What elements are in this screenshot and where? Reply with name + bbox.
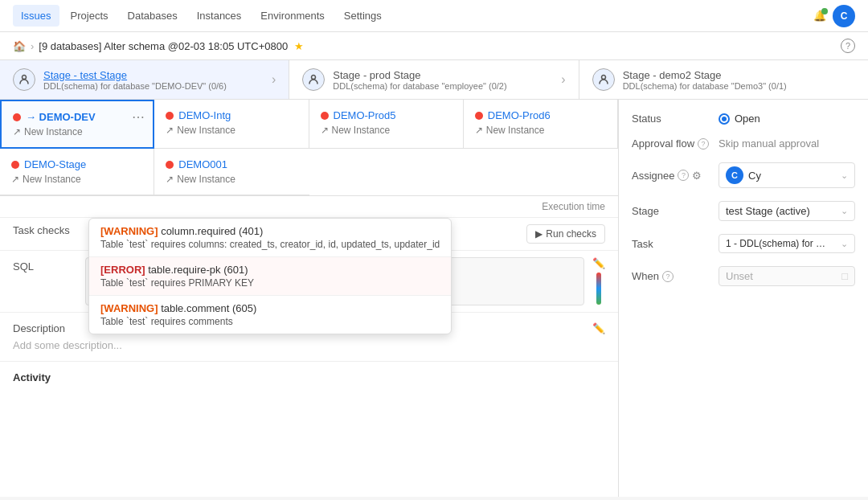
nav-issues[interactable]: Issues <box>13 5 59 27</box>
db-instance-stage: ↗ New Instance <box>11 174 142 185</box>
check-desc-2: Table `test` requires comments <box>100 316 440 327</box>
stage-label: Stage <box>632 205 712 217</box>
assignee-avatar: C <box>726 166 743 184</box>
assignee-gear-icon[interactable]: ⚙ <box>692 170 702 182</box>
db-name-demo-dev: → DEMO-DEV <box>26 111 96 123</box>
user-avatar[interactable]: C <box>833 5 855 27</box>
stage-value: test Stage (active) <box>726 205 810 217</box>
assignee-select[interactable]: C Cy ⌄ <box>719 162 855 188</box>
status-radio[interactable] <box>719 113 730 125</box>
help-icon[interactable]: ? <box>841 39 855 53</box>
stage-name-test[interactable]: Stage - test Stage <box>43 69 227 81</box>
run-checks-label: Run checks <box>546 228 596 240</box>
svg-point-2 <box>601 76 605 80</box>
nav-projects[interactable]: Projects <box>63 5 117 27</box>
checks-label: Task checks <box>13 224 77 236</box>
assignee-row: Assignee ? ⚙ C Cy ⌄ <box>632 162 855 188</box>
stage-icon-demo2 <box>592 68 615 91</box>
home-icon[interactable]: 🏠 <box>13 40 26 52</box>
task-value: 1 - DDL(schema) for databas… <box>726 238 830 249</box>
check-item-warning-2: [WARNING] table.comment (605) Table `tes… <box>89 296 451 334</box>
approval-flow-row: Approval flow ? Skip manual approval <box>632 137 855 150</box>
check-item-error: [ERROR] table.require-pk (601) Table `te… <box>89 257 451 296</box>
when-row: When ? Unset □ <box>632 266 855 286</box>
nav-icons: 🔔 C <box>813 5 855 27</box>
check-code-1: column.required (401) <box>161 225 263 237</box>
check-error-label: [ERROR] <box>100 264 145 276</box>
db-name-demo-prod6: DEMO-Prod6 <box>488 109 551 121</box>
pipeline-stage-prod[interactable]: Stage - prod Stage DDL(schema) for datab… <box>289 60 579 99</box>
sql-edit-icon[interactable]: ✏️ <box>592 257 605 269</box>
db-name-demo001: DEMO001 <box>178 158 227 170</box>
db-error-icon-prod5 <box>321 112 329 120</box>
stage-icon-test <box>13 68 35 91</box>
db-more-menu[interactable]: ⋯ <box>132 109 145 125</box>
approval-flow-value: Skip manual approval <box>719 137 819 150</box>
execution-bar: Execution time <box>0 196 618 218</box>
pipeline-stage-demo2[interactable]: Stage - demo2 Stage DDL(schema) for data… <box>579 60 868 99</box>
nav-settings[interactable]: Settings <box>336 5 390 27</box>
db-instance-intg: ↗ New Instance <box>166 125 297 136</box>
bell-icon[interactable]: 🔔 <box>813 10 826 22</box>
db-card-demo-dev[interactable]: → DEMO-DEV ⋯ ↗ New Instance <box>0 100 154 149</box>
left-panel: → DEMO-DEV ⋯ ↗ New Instance DEMO-Intg ↗ … <box>0 100 619 497</box>
db-error-icon-001 <box>166 161 174 169</box>
stage-desc-test: DDL(schema) for database "DEMO-DEV" (0/6… <box>43 81 227 91</box>
when-input[interactable]: Unset □ <box>719 266 855 286</box>
when-label: When ? <box>632 270 712 282</box>
execution-time-label: Execution time <box>13 201 605 212</box>
description-edit-icon[interactable]: ✏️ <box>592 322 605 334</box>
db-card-demo-stage[interactable]: DEMO-Stage ↗ New Instance <box>0 149 154 195</box>
nav-databases[interactable]: Databases <box>120 5 186 27</box>
assignee-dropdown-icon: ⌄ <box>841 170 848 181</box>
check-code-2: table.comment (605) <box>161 302 256 314</box>
notification-dot <box>821 8 828 14</box>
db-card-demo-prod6[interactable]: DEMO-Prod6 ↗ New Instance <box>464 100 618 149</box>
activity-section: Activity <box>0 362 618 393</box>
db-instance-001: ↗ New Instance <box>166 174 297 185</box>
sql-actions: ✏️ <box>592 257 605 305</box>
pipeline: Stage - test Stage DDL(schema) for datab… <box>0 60 868 100</box>
stage-info-demo2: Stage - demo2 Stage DDL(schema) for data… <box>623 69 787 91</box>
svg-point-0 <box>23 76 27 80</box>
db-error-icon-prod6 <box>475 112 483 120</box>
pipeline-stage-test[interactable]: Stage - test Stage DDL(schema) for datab… <box>0 60 289 99</box>
task-select[interactable]: 1 - DDL(schema) for databas… ⌄ <box>719 234 855 253</box>
when-info-icon[interactable]: ? <box>662 271 674 282</box>
run-checks-icon: ▶ <box>535 228 542 240</box>
check-warning-label-2: [WARNING] <box>100 302 158 314</box>
check-desc-1: Table `test` requires columns: created_t… <box>100 239 440 250</box>
stage-name-demo2[interactable]: Stage - demo2 Stage <box>623 69 787 81</box>
breadcrumb: 🏠 › [9 databases] Alter schema @02-03 18… <box>0 32 868 60</box>
stage-info-test: Stage - test Stage DDL(schema) for datab… <box>43 69 227 91</box>
nav-environments[interactable]: Environments <box>252 5 332 27</box>
run-checks-button[interactable]: ▶ Run checks <box>526 224 605 244</box>
db-name-demo-stage: DEMO-Stage <box>24 158 86 170</box>
check-item-warning-1: [WARNING] column.required (401) Table `t… <box>89 219 451 257</box>
status-label: Status <box>632 113 712 125</box>
db-error-icon-intg <box>166 112 174 120</box>
pipeline-arrow-2: › <box>561 72 565 87</box>
check-desc-error: Table `test` requires PRIMARY KEY <box>100 277 440 289</box>
stage-info-prod: Stage - prod Stage DDL(schema) for datab… <box>333 69 506 91</box>
db-card-demo001[interactable]: DEMO001 ↗ New Instance <box>154 149 309 195</box>
when-calendar-icon: □ <box>841 270 848 282</box>
pipeline-arrow-1: › <box>272 72 276 87</box>
assignee-info-icon[interactable]: ? <box>678 170 689 181</box>
stage-select[interactable]: test Stage (active) ⌄ <box>719 201 855 221</box>
stage-name-prod[interactable]: Stage - prod Stage <box>333 69 506 81</box>
db-card-demo-intg[interactable]: DEMO-Intg ↗ New Instance <box>154 100 309 149</box>
db-instance-prod5: ↗ New Instance <box>321 125 452 136</box>
stage-dropdown-icon: ⌄ <box>841 206 848 216</box>
description-placeholder[interactable]: Add some description... <box>13 339 605 351</box>
db-card-demo-prod5[interactable]: DEMO-Prod5 ↗ New Instance <box>309 100 464 149</box>
status-row: Status Open <box>632 113 855 125</box>
star-icon[interactable]: ★ <box>294 40 304 52</box>
stage-row: Stage test Stage (active) ⌄ <box>632 201 855 221</box>
db-grid: → DEMO-DEV ⋯ ↗ New Instance DEMO-Intg ↗ … <box>0 100 618 196</box>
approval-flow-info-icon[interactable]: ? <box>698 138 709 150</box>
db-name-demo-intg: DEMO-Intg <box>178 109 231 121</box>
status-radio-inner <box>722 117 727 121</box>
sql-color-bar <box>596 273 601 305</box>
nav-instances[interactable]: Instances <box>189 5 250 27</box>
